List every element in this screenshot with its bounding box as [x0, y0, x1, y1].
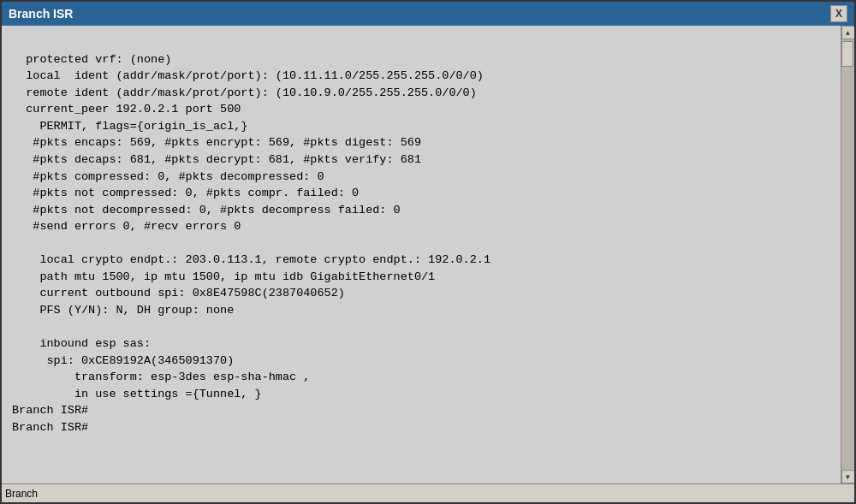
scroll-track[interactable] [841, 39, 854, 470]
title-bar: Branch ISR X [2, 2, 854, 26]
window-title: Branch ISR [9, 7, 73, 21]
close-button[interactable]: X [830, 5, 847, 22]
main-window: Branch ISR X protected vrf: (none) local… [0, 0, 856, 504]
status-text: Branch [5, 488, 38, 500]
scroll-thumb[interactable] [841, 41, 853, 67]
terminal-output[interactable]: protected vrf: (none) local ident (addr/… [2, 26, 841, 483]
terminal-text: protected vrf: (none) local ident (addr/… [12, 34, 830, 436]
status-bar: Branch [2, 483, 854, 502]
scroll-up-button[interactable]: ▲ [841, 26, 855, 39]
content-area: protected vrf: (none) local ident (addr/… [2, 26, 854, 483]
scroll-down-button[interactable]: ▼ [841, 470, 855, 483]
scrollbar[interactable]: ▲ ▼ [841, 26, 854, 483]
